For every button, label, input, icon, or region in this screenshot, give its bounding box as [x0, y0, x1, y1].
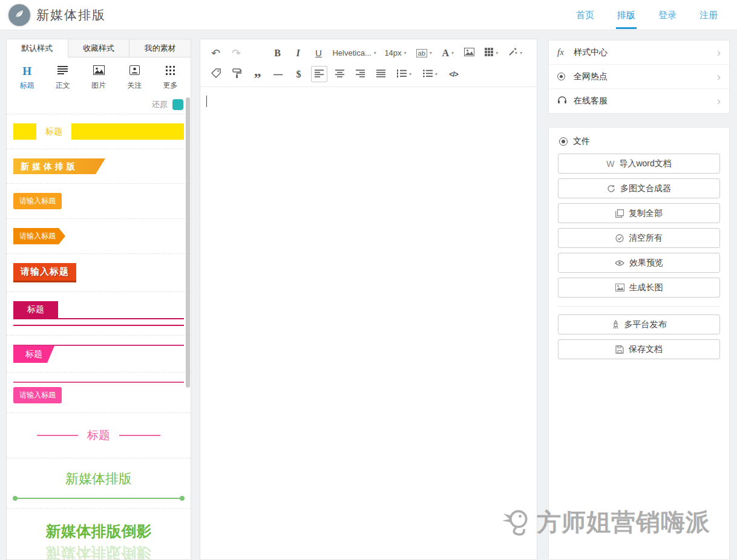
template-text: 新媒体排版: [13, 158, 105, 174]
highlight-color-button[interactable]: ab ▾: [413, 45, 435, 61]
template-text: 请输入标题: [13, 228, 65, 244]
generate-long-image-button[interactable]: 生成长图: [558, 278, 720, 298]
multi-platform-publish-label: 多平台发布: [624, 319, 667, 330]
restore-color-toggle[interactable]: [172, 99, 183, 110]
nav-login[interactable]: 登录: [657, 1, 678, 29]
insert-table-button[interactable]: ▾: [482, 45, 501, 61]
save-document-label: 保存文档: [629, 344, 663, 355]
copy-all-button[interactable]: 复制全部: [558, 203, 720, 223]
decor-dash: [119, 435, 160, 436]
template-yellow-bar[interactable]: 标题: [7, 114, 191, 149]
table-grid-icon: [485, 48, 493, 59]
tab-favorite-styles[interactable]: 收藏样式: [68, 39, 130, 57]
category-more[interactable]: 更多: [152, 65, 188, 91]
tab-default-styles[interactable]: 默认样式: [7, 39, 68, 57]
font-family-select[interactable]: Helvetica... ▾: [331, 45, 378, 61]
restore-label: 还原: [152, 99, 168, 110]
template-text: 标题: [13, 301, 58, 318]
align-left-button[interactable]: [311, 66, 327, 82]
multi-article-composer-button[interactable]: 多图文合成器: [558, 178, 720, 198]
clear-all-button[interactable]: 清空所有: [558, 228, 720, 248]
customer-service-label: 在线客服: [574, 96, 608, 106]
redo-button[interactable]: ↷: [228, 45, 244, 61]
sync-icon: [607, 184, 615, 193]
chevron-down-icon: ▾: [409, 71, 411, 77]
file-panel: 文件 W 导入word文档 多图文合成器 复制全部 清空所有 效果预览 生成长图: [548, 127, 730, 560]
undo-button[interactable]: ↶: [208, 45, 224, 61]
template-text: 请输入标题: [13, 193, 62, 209]
preview-button[interactable]: 效果预览: [558, 253, 720, 273]
category-follow[interactable]: 关注: [117, 65, 152, 91]
clear-icon: [615, 234, 624, 243]
align-justify-button[interactable]: [373, 66, 389, 82]
nav-layout[interactable]: 排版: [616, 1, 637, 29]
preview-label: 效果预览: [629, 258, 663, 269]
template-pink-button[interactable]: 请输入标题: [7, 373, 191, 413]
template-text: 新媒体排版: [13, 470, 184, 488]
template-orange-button[interactable]: 请输入标题: [7, 184, 191, 219]
chevron-down-icon: ▾: [404, 50, 407, 56]
font-family-value: Helvetica...: [332, 48, 371, 57]
decor-line: [13, 382, 184, 383]
format-painter-button[interactable]: [229, 66, 245, 82]
magic-format-button[interactable]: ▾: [505, 45, 525, 61]
import-word-label: 导入word文档: [619, 158, 671, 169]
clear-format-button[interactable]: [208, 66, 224, 82]
category-body-label: 正文: [45, 80, 80, 91]
template-orange-pennant[interactable]: 请输入标题: [7, 219, 191, 254]
file-radio[interactable]: [559, 137, 568, 146]
chevron-right-icon: ›: [717, 96, 721, 106]
category-follow-label: 关注: [117, 80, 152, 91]
customer-service-link[interactable]: 在线客服 ›: [549, 89, 729, 113]
word-icon: W: [606, 159, 614, 169]
import-word-button[interactable]: W 导入word文档: [558, 154, 720, 174]
hot-topics-link[interactable]: 全网热点 ›: [549, 65, 729, 89]
bold-button[interactable]: B: [269, 45, 286, 61]
tab-my-materials[interactable]: 我的素材: [129, 39, 191, 57]
ordered-list-button[interactable]: ▾: [393, 66, 415, 82]
chevron-right-icon: ›: [717, 47, 721, 58]
category-title[interactable]: H 标题: [9, 65, 45, 91]
align-right-button[interactable]: [352, 66, 368, 82]
editor-panel: ↶ ↷ B I U Helvetica... ▾ 14px ▾ ab ▾ A ▾: [200, 39, 537, 560]
paragraph-icon: [57, 65, 68, 77]
style-center-link[interactable]: fx 样式中心 ›: [549, 41, 729, 65]
category-body-text[interactable]: 正文: [45, 65, 80, 91]
align-center-icon: [335, 69, 344, 80]
formula-button[interactable]: $: [290, 66, 307, 82]
nav-register[interactable]: 注册: [698, 1, 719, 29]
template-crimson-tab[interactable]: 标题: [7, 292, 191, 336]
insert-image-button[interactable]: [461, 45, 477, 61]
divider: [558, 306, 720, 307]
template-list: 标题 新媒体排版 请输入标题 请输入标题 请输入标题 标题 标题 请输入标题: [7, 114, 191, 560]
template-pink-parallelogram[interactable]: 标题: [7, 336, 191, 373]
template-center-dashes[interactable]: 标题: [7, 413, 191, 458]
editor-content-area[interactable]: [200, 87, 537, 558]
editor-toolbar: ↶ ↷ B I U Helvetica... ▾ 14px ▾ ab ▾ A ▾: [200, 39, 537, 87]
template-gold-ribbon[interactable]: 新媒体排版: [7, 149, 191, 184]
template-red-block[interactable]: 请输入标题: [7, 254, 191, 292]
font-size-select[interactable]: 14px ▾: [382, 45, 409, 61]
underline-button[interactable]: U: [310, 45, 327, 61]
template-green-reflection[interactable]: 新媒体排版倒影 新媒体排版倒影: [7, 509, 191, 560]
font-color-icon: A: [442, 48, 450, 59]
multi-platform-publish-button[interactable]: 多平台发布: [558, 314, 720, 334]
horizontal-rule-button[interactable]: —: [270, 66, 286, 82]
template-text: 标题: [87, 428, 110, 443]
blockquote-button[interactable]: ”: [249, 66, 266, 82]
font-color-button[interactable]: A ▾: [439, 45, 457, 61]
sidebar-scrollbar[interactable]: [186, 97, 190, 388]
nav-home[interactable]: 首页: [575, 1, 595, 29]
category-image[interactable]: 图片: [80, 65, 116, 91]
template-green-underline[interactable]: 新媒体排版: [7, 458, 191, 509]
style-categories: H 标题 正文 图片 关注 更多: [7, 57, 191, 96]
code-view-button[interactable]: </>: [445, 66, 462, 82]
bullet-list-button[interactable]: ▾: [419, 66, 441, 82]
save-document-button[interactable]: 保存文档: [558, 339, 720, 359]
bullet-list-icon: [423, 69, 433, 80]
paint-roller-icon: [232, 68, 241, 80]
image-icon: [615, 284, 624, 291]
align-center-button[interactable]: [332, 66, 348, 82]
decor-line-dots: [13, 498, 184, 499]
italic-button[interactable]: I: [290, 45, 306, 61]
